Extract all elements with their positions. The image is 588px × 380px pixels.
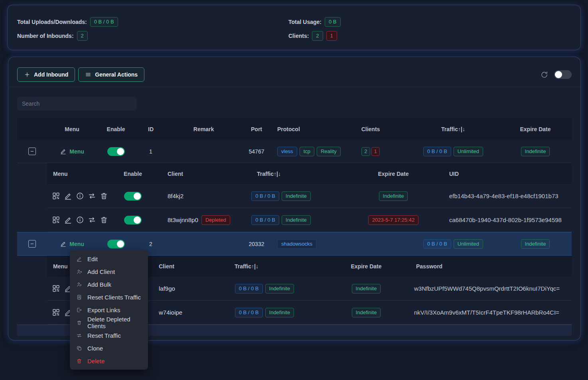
reset-client-traffic-button[interactable] — [88, 216, 96, 224]
expire-badge: Indefinite — [352, 308, 381, 317]
qr-code-button[interactable] — [52, 308, 60, 317]
qr-code-button[interactable] — [52, 192, 60, 200]
inbound-id: 1 — [135, 148, 167, 155]
menu-item-label: Delete Depleted Clients — [87, 316, 142, 329]
menu-item-label: Add Client — [87, 268, 115, 275]
menu-item-reset-traffic[interactable]: Reset Traffic — [70, 329, 148, 342]
clients-active-badge: 2 — [312, 31, 323, 41]
client-enable-toggle[interactable] — [124, 192, 142, 201]
qr-code-icon — [52, 192, 60, 200]
menu-item-label: Reset Traffic — [87, 332, 121, 339]
info-icon — [76, 192, 84, 200]
menu-item-label: Reset Clients Traffic — [87, 294, 141, 301]
info-icon — [76, 216, 84, 224]
header-uid: UID — [443, 171, 572, 177]
client-row: 8t3wjnn8p0 Depleted 0 B / 0 B Indefinite… — [47, 208, 572, 232]
delete-client-button[interactable] — [100, 216, 108, 224]
header-traffic-sort[interactable]: Traffic↑|↓ — [211, 263, 318, 270]
client-info-button[interactable] — [76, 192, 84, 200]
header-expire-date: Expire Date — [318, 263, 414, 270]
edit-client-button[interactable] — [64, 216, 72, 224]
client-name: laf9go — [155, 285, 211, 292]
menu-item-delete-depleted-clients[interactable]: Delete Depleted Clients — [70, 316, 148, 329]
traffic-limit-badge: Indefinite — [282, 191, 311, 201]
client-uid: efb14b43-4a79-4e83-ef18-e48cf1901b73 — [443, 193, 572, 199]
inbound-menu-button[interactable]: Menu — [47, 240, 97, 247]
stat-label: Total Usage: — [288, 19, 322, 25]
header-menu: Menu — [47, 126, 97, 132]
general-actions-label: General Actions — [95, 71, 138, 78]
header-menu: Menu — [47, 171, 111, 177]
qr-code-button[interactable] — [52, 284, 60, 293]
traffic-badge: 0 B / 0 B — [423, 239, 451, 249]
expire-badge: Indefinite — [352, 284, 381, 293]
trash-clients-icon — [76, 320, 82, 326]
inbound-port: 54767 — [241, 148, 272, 155]
menu-item-label: Edit — [87, 256, 98, 262]
user-star-icon — [76, 282, 82, 287]
add-inbound-button[interactable]: Add Inbound — [17, 67, 75, 82]
delete-client-button[interactable] — [100, 192, 108, 200]
minus-icon — [30, 149, 34, 154]
file-reset-icon — [76, 294, 82, 300]
stat-value-badge: 0 B — [325, 17, 341, 27]
reset-arrows-icon — [76, 333, 82, 339]
collapse-row-button[interactable] — [28, 148, 36, 155]
stat-value-badge: 2 — [77, 31, 88, 41]
header-clients: Clients — [334, 126, 407, 132]
header-expire-date: Expire Date — [499, 126, 572, 132]
menu-item-export-links[interactable]: Export Links — [70, 303, 148, 316]
traffic-limit-badge: Indefinite — [265, 308, 294, 317]
clone-icon — [76, 345, 82, 351]
header-password: Password — [414, 263, 572, 270]
toolbar: Add Inbound General Actions — [17, 67, 572, 82]
expire-badge: 2023-5-7 17:25:42 — [368, 215, 418, 225]
auto-refresh-toggle[interactable] — [554, 70, 572, 79]
menu-item-delete[interactable]: Delete — [70, 354, 148, 367]
trash-icon — [100, 192, 108, 200]
export-icon — [76, 307, 82, 313]
client-name: 8f4kj2 — [155, 193, 219, 199]
menu-item-add-bulk[interactable]: Add Bulk — [70, 278, 148, 291]
header-client: Client — [155, 263, 211, 270]
protocol-badge: shadowsocks — [277, 239, 316, 249]
header-traffic-sort[interactable]: Traffic↑|↓ — [407, 126, 499, 132]
menu-item-edit[interactable]: Edit — [70, 252, 148, 265]
menu-item-add-client[interactable]: Add Client — [70, 265, 148, 278]
trash-icon — [76, 358, 82, 364]
qr-code-button[interactable] — [52, 216, 60, 224]
inbounds-page: Total Uploads/Downloads: 0 B / 0 B Numbe… — [0, 0, 588, 380]
header-traffic-sort[interactable]: Traffic↑|↓ — [219, 171, 343, 177]
reset-client-traffic-button[interactable] — [88, 192, 96, 200]
stat-label: Number of Inbounds: — [17, 33, 74, 39]
inbound-menu-button[interactable]: Menu — [47, 148, 97, 155]
table-header-row: Menu Enable ID Remark Port Protocol Clie… — [17, 118, 572, 140]
stat-total-usage: Total Usage: 0 B — [288, 17, 341, 27]
inbound-id: 2 — [135, 241, 167, 247]
menu-item-clone[interactable]: Clone — [70, 342, 148, 354]
client-enable-toggle[interactable] — [124, 216, 142, 224]
transport-badge: tcp — [300, 147, 314, 156]
refresh-button[interactable] — [540, 71, 549, 79]
enable-toggle[interactable] — [107, 147, 125, 156]
enable-toggle[interactable] — [107, 240, 125, 248]
client-uid: ca68470b-1940-437d-802b-1f9573e94598 — [443, 217, 572, 223]
add-inbound-label: Add Inbound — [34, 71, 68, 78]
header-expire-date: Expire Date — [343, 171, 443, 177]
header-protocol: Protocol — [272, 126, 334, 132]
menu-item-reset-clients-traffic[interactable]: Reset Clients Traffic — [70, 291, 148, 303]
edit-client-button[interactable] — [64, 192, 72, 200]
expire-badge: Indefinite — [521, 147, 550, 156]
collapse-row-button[interactable] — [28, 240, 36, 248]
stats-card: Total Uploads/Downloads: 0 B / 0 B Numbe… — [7, 5, 581, 50]
general-actions-button[interactable]: General Actions — [78, 67, 144, 82]
reset-arrows-icon — [88, 216, 96, 224]
stat-value-badge: 0 B / 0 B — [90, 17, 118, 27]
edit-pencil-icon — [60, 148, 67, 155]
header-enable: Enable — [111, 171, 155, 177]
client-info-button[interactable] — [76, 216, 84, 224]
edit-pencil-icon — [64, 192, 72, 200]
search-input[interactable] — [17, 97, 137, 110]
qr-code-icon — [52, 308, 60, 317]
qr-code-icon — [52, 284, 60, 293]
